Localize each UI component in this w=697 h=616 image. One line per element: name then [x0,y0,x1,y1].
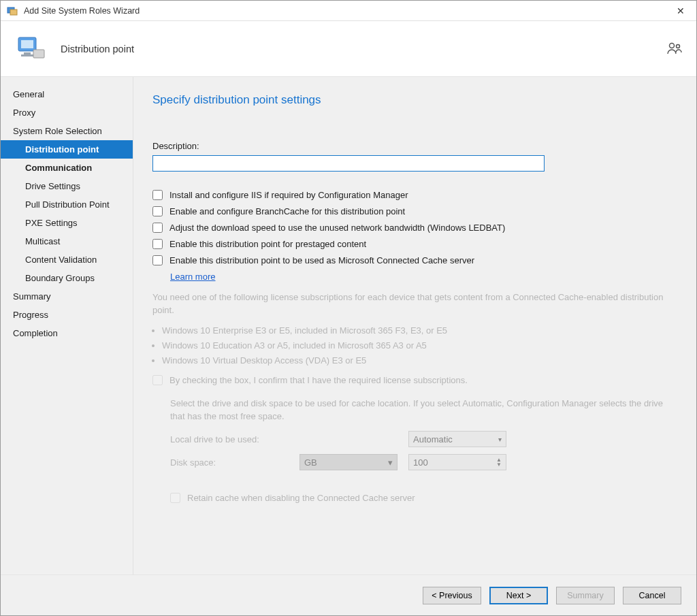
sidebar-item-proxy[interactable]: Proxy [1,103,133,122]
disk-space-label: Disk space: [170,457,299,468]
disk-space-value: 100 [413,457,428,468]
sidebar-item-boundary-groups[interactable]: Boundary Groups [1,269,133,287]
sidebar-item-distribution-point[interactable]: Distribution point [1,140,133,159]
prestaged-checkbox[interactable] [152,239,163,249]
content-panel: Specify distribution point settings Desc… [133,77,696,574]
svg-point-8 [677,45,680,48]
license-bullet-2: Windows 10 Education A3 or A5, included … [162,340,677,351]
svg-rect-1 [10,10,17,15]
svg-rect-5 [21,54,33,56]
disk-space-unit: GB [304,457,317,468]
retain-cache-label: Retain cache when disabling the Connecte… [187,493,415,503]
previous-button[interactable]: < Previous [423,587,481,604]
cancel-button[interactable]: Cancel [623,587,681,604]
people-icon[interactable] [666,40,683,59]
sidebar-item-content-validation[interactable]: Content Validation [1,250,133,269]
license-bullet-3: Windows 10 Virtual Desktop Access (VDA) … [162,355,677,366]
license-list: Windows 10 Enterprise E3 or E5, included… [162,325,677,366]
sidebar-item-pxe-settings[interactable]: PXE Settings [1,214,133,232]
description-label: Description: [152,141,677,151]
license-note: You need one of the following license su… [152,291,677,317]
next-button[interactable]: Next > [489,587,548,604]
license-bullet-1: Windows 10 Enterprise E3 or E5, included… [162,325,677,336]
wizard-icon [6,5,18,17]
spinner-buttons: ▲▼ [496,457,502,467]
svg-rect-4 [24,52,31,54]
svg-point-7 [670,44,675,48]
sidebar-item-drive-settings[interactable]: Drive Settings [1,177,133,195]
banner: Distribution point [1,21,696,77]
summary-button: Summary [556,587,615,604]
branchcache-checkbox[interactable] [152,206,163,216]
sidebar-item-system-role-selection[interactable]: System Role Selection [1,122,133,140]
ledbat-checkbox[interactable] [152,223,163,233]
iis-checkbox-label: Install and configure IIS if required by… [169,190,408,200]
sidebar-item-completion[interactable]: Completion [1,324,133,342]
wizard-window: Add Site System Roles Wizard ✕ Distribut… [0,0,697,616]
retain-cache-checkbox [170,493,180,503]
sidebar-item-general[interactable]: General [1,85,133,103]
sidebar-item-summary[interactable]: Summary [1,287,133,306]
connected-cache-checkbox[interactable] [152,255,163,265]
confirm-license-label: By checking the box, I confirm that I ha… [169,375,468,385]
window-title: Add Site System Roles Wizard [24,6,670,16]
local-drive-label: Local drive to be used: [170,434,299,444]
learn-more-link[interactable]: Learn more [170,272,215,282]
page-heading: Specify distribution point settings [152,93,677,107]
confirm-license-checkbox [152,375,163,385]
local-drive-select: Automatic ▾ [408,431,506,447]
sidebar-item-multicast[interactable]: Multicast [1,232,133,250]
footer: < Previous Next > Summary Cancel [1,574,696,615]
disk-space-unit-select: GB ▾ [299,454,398,470]
sidebar-item-communication[interactable]: Communication [1,159,133,177]
svg-rect-6 [33,50,44,58]
sidebar: General Proxy System Role Selection Dist… [1,77,133,574]
chevron-down-icon: ▾ [498,436,502,443]
titlebar: Add Site System Roles Wizard ✕ [1,1,696,21]
svg-rect-3 [21,40,33,48]
prestaged-checkbox-label: Enable this distribution point for prest… [169,239,366,249]
body: General Proxy System Role Selection Dist… [1,77,696,574]
connected-cache-checkbox-label: Enable this distribution point to be use… [169,255,474,265]
chevron-down-icon: ▾ [388,457,393,468]
distribution-point-icon [14,32,48,66]
banner-title: Distribution point [61,44,134,54]
close-button[interactable]: ✕ [670,5,691,16]
branchcache-checkbox-label: Enable and configure BranchCache for thi… [169,206,405,216]
description-input[interactable] [152,155,545,172]
drive-note: Select the drive and disk space to be us… [170,398,677,423]
disk-space-spinner: 100 ▲▼ [408,454,506,470]
sidebar-item-pull-distribution-point[interactable]: Pull Distribution Point [1,195,133,214]
iis-checkbox[interactable] [152,190,163,200]
local-drive-value: Automatic [413,434,453,444]
sidebar-item-progress[interactable]: Progress [1,306,133,324]
ledbat-checkbox-label: Adjust the download speed to use the unu… [169,223,505,233]
